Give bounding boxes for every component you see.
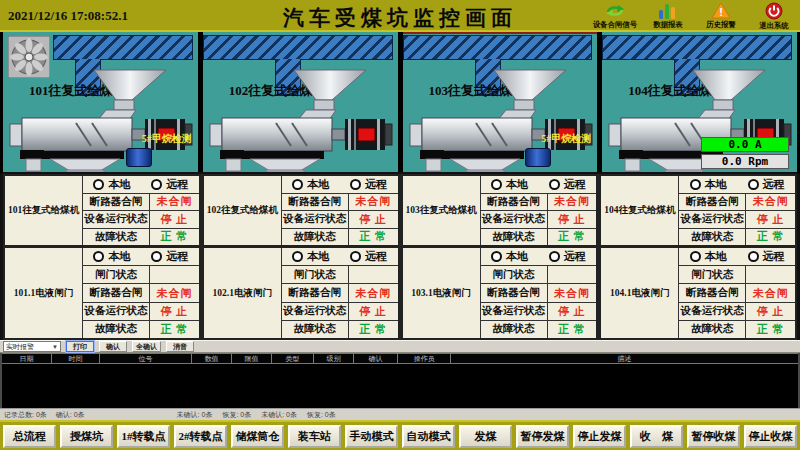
remote-radio[interactable]: 远程	[549, 177, 586, 192]
methane-detector-label: 5#甲烷检测	[142, 132, 192, 146]
breaker-label: 断路器合闸	[481, 284, 548, 301]
run-value: 停 止	[746, 303, 795, 320]
history-alarm-button[interactable]: ! 历史报警	[694, 0, 747, 32]
auto-mode-button[interactable]: 自动模式	[402, 425, 455, 448]
local-radio[interactable]: 本地	[690, 177, 727, 192]
alarm-table-header: 日期 时间 位号 数值 限值 类型 级别 确认 操作员 描述	[2, 353, 798, 364]
radio-icon	[690, 179, 701, 190]
feeder-panel-101: 101往复式给煤机 5#甲烷检测	[3, 32, 203, 172]
remote-label: 远程	[564, 177, 586, 192]
run-label: 设备运行状态	[679, 211, 746, 228]
local-radio[interactable]: 本地	[690, 249, 727, 264]
status-col-101: 101往复式给煤机 本地 远程 断路器合闸未合闸 设备运行状态停 止 故障状态正…	[3, 174, 202, 340]
manual-mode-button[interactable]: 手动模式	[345, 425, 398, 448]
pipe-line	[403, 32, 598, 34]
data-report-button[interactable]: 数据报表	[641, 0, 694, 32]
feeder-machine-graphic	[406, 68, 600, 172]
gate-status-title: 102.1电液闸门	[204, 248, 282, 338]
run-value: 停 止	[548, 303, 597, 320]
column-header: 类型	[272, 354, 314, 363]
alarm-table: 日期 时间 位号 数值 限值 类型 级别 确认 操作员 描述	[0, 353, 800, 408]
radio-icon	[151, 251, 162, 262]
remote-radio[interactable]: 远程	[350, 177, 387, 192]
local-radio[interactable]: 本地	[491, 249, 528, 264]
nav-loading-station-button[interactable]: 装车站	[288, 425, 341, 448]
radio-icon	[491, 179, 502, 190]
device-close-signal-button[interactable]: 设备合闸信号	[588, 0, 641, 32]
gate-state-label: 闸门状态	[282, 266, 349, 283]
local-label: 本地	[108, 249, 130, 264]
fault-value: 正 常	[349, 229, 398, 246]
fault-label: 故障状态	[481, 321, 548, 338]
summary-total: 记录总数: 0条	[4, 410, 47, 420]
local-radio[interactable]: 本地	[93, 249, 130, 264]
warning-triangle-icon: !	[711, 2, 731, 19]
feeder-machine-graphic	[6, 68, 200, 172]
mute-button[interactable]: 消音	[166, 341, 194, 352]
stop-send-button[interactable]: 停止发煤	[573, 425, 626, 448]
stop-receive-button[interactable]: 停止收煤	[744, 425, 797, 448]
fault-label: 故障状态	[679, 229, 746, 246]
remote-radio[interactable]: 远程	[748, 177, 785, 192]
remote-radio[interactable]: 远程	[151, 177, 188, 192]
radio-icon	[93, 179, 104, 190]
radio-icon	[491, 251, 502, 262]
column-header: 限值	[232, 354, 272, 363]
fault-label: 故障状态	[83, 229, 150, 246]
summary-recovered: 恢复: 0条	[222, 410, 251, 420]
remote-radio[interactable]: 远程	[350, 249, 387, 264]
bottom-nav: 总流程 授煤坑 1#转载点 2#转载点 储煤筒仓 装车站 手动模式 自动模式 发…	[0, 420, 800, 450]
local-label: 本地	[506, 177, 528, 192]
local-radio[interactable]: 本地	[491, 177, 528, 192]
column-header: 级别	[314, 354, 354, 363]
status-col-103: 103往复式给煤机 本地 远程 断路器合闸未合闸 设备运行状态停 止 故障状态正…	[401, 174, 600, 340]
nav-transfer1-button[interactable]: 1#转载点	[117, 425, 170, 448]
alarm-summary: 记录总数: 0条 确认: 0条 未确认: 0条 恢复: 0条 未确认: 0条 恢…	[0, 408, 800, 420]
run-label: 设备运行状态	[282, 303, 349, 320]
summary-recovered-2: 恢复: 0条	[307, 410, 336, 420]
bar-chart-icon	[659, 3, 677, 19]
current-readout: 0.0 A	[701, 137, 789, 152]
gate-state-value	[746, 266, 795, 283]
column-header: 描述	[451, 354, 798, 363]
receive-coal-button[interactable]: 收 煤	[630, 425, 683, 448]
nav-transfer2-button[interactable]: 2#转载点	[174, 425, 227, 448]
remote-radio[interactable]: 远程	[748, 249, 785, 264]
local-radio[interactable]: 本地	[93, 177, 130, 192]
fault-label: 故障状态	[282, 229, 349, 246]
nav-total-flow-button[interactable]: 总流程	[3, 425, 56, 448]
status-col-104: 104往复式给煤机 本地 远程 断路器合闸未合闸 设备运行状态停 止 故障状态正…	[599, 174, 797, 340]
local-radio[interactable]: 本地	[292, 249, 329, 264]
header-button-label: 设备合闸信号	[592, 19, 636, 29]
gate-state-label: 闸门状态	[83, 266, 150, 283]
remote-radio[interactable]: 远程	[549, 249, 586, 264]
radio-icon	[748, 251, 759, 262]
breaker-value: 未合闸	[349, 194, 398, 211]
run-label: 设备运行状态	[282, 211, 349, 228]
send-coal-button[interactable]: 发煤	[459, 425, 512, 448]
ack-all-button[interactable]: 全确认	[132, 341, 161, 352]
run-label: 设备运行状态	[83, 211, 150, 228]
alarm-view-value: 实时报警	[6, 342, 34, 352]
nav-coal-pit-button[interactable]: 授煤坑	[60, 425, 113, 448]
local-radio[interactable]: 本地	[292, 177, 329, 192]
column-header: 数值	[192, 354, 232, 363]
recycle-arrows-icon	[604, 3, 626, 19]
pause-receive-button[interactable]: 暂停收煤	[687, 425, 740, 448]
feeder-panel-104: 104往复式给煤机 0.0 A 0.0 Rpm	[602, 32, 797, 172]
summary-unacked: 未确认: 0条	[177, 410, 213, 420]
pause-send-button[interactable]: 暂停发煤	[516, 425, 569, 448]
remote-label: 远程	[166, 177, 188, 192]
feeder-machine-graphic	[206, 68, 400, 172]
radio-icon	[151, 179, 162, 190]
alarm-view-dropdown[interactable]: 实时报警 ▼	[3, 341, 61, 352]
exit-system-button[interactable]: 退出系统	[747, 0, 800, 32]
remote-radio[interactable]: 远程	[151, 249, 188, 264]
run-value: 停 止	[548, 211, 597, 228]
remote-label: 远程	[166, 249, 188, 264]
fault-value: 正 常	[746, 229, 795, 246]
ack-button[interactable]: 确认	[99, 341, 127, 352]
breaker-label: 断路器合闸	[679, 194, 746, 211]
print-button[interactable]: 打印	[66, 341, 94, 352]
nav-silo-button[interactable]: 储煤筒仓	[231, 425, 284, 448]
